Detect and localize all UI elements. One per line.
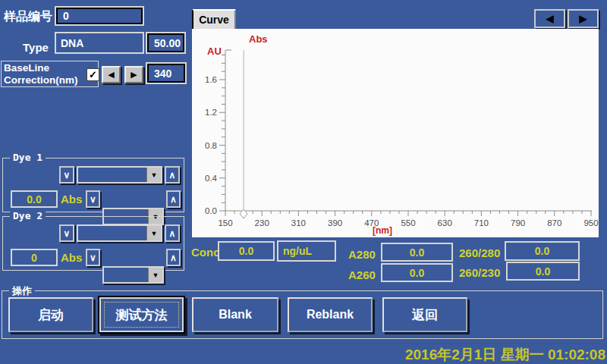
type-factor-value: 50.00 (154, 37, 181, 49)
chevron-down-icon: ∨ (90, 194, 96, 205)
conc-unit-box: ng/uL (277, 240, 336, 262)
ratio-260-280-field: 0.0 (505, 241, 580, 261)
back-button-label: 返回 (412, 306, 438, 324)
svg-text:0.0: 0.0 (205, 206, 217, 215)
dye1-wavelength-up-button[interactable]: ∧ (165, 166, 180, 184)
ratio-260-230-field: 0.0 (506, 262, 580, 281)
baseline-wavelength-field[interactable]: 340 (146, 62, 187, 84)
ratio-260-280-label: 260/280 (459, 246, 500, 259)
sample-number-input[interactable]: 0 (55, 6, 144, 26)
actions-group-title: 操作 (9, 284, 35, 298)
dye2-group: Dye 2 ∨ ▼ ∧ 0 Abs ∨ ▼ ∧ (2, 216, 184, 271)
dye1-group-title: Dye 1 (10, 152, 46, 163)
svg-text:1.2: 1.2 (205, 108, 217, 117)
a260-value: 0.0 (410, 267, 424, 279)
baseline-wavelength-value: 340 (154, 67, 171, 80)
baseline-correction-label: BaseLine Correction(nm) (1, 61, 99, 87)
type-factor-field[interactable]: 50.00 (146, 32, 186, 54)
svg-text:150: 150 (218, 218, 232, 228)
baseline-increase-button[interactable]: ▶ (124, 66, 143, 83)
left-arrow-icon: ◀ (546, 13, 554, 24)
reblank-button[interactable]: Reblank (288, 297, 373, 332)
dye2-wavelength-dropdown[interactable]: ▼ (77, 224, 162, 242)
svg-text:230: 230 (255, 218, 269, 228)
start-button-label: 启动 (38, 306, 64, 324)
ratio-260-280-value: 0.0 (535, 245, 549, 257)
chevron-down-icon: ∨ (64, 228, 71, 239)
dye2-wavelength-down-button[interactable]: ∨ (59, 224, 74, 242)
spectrum-plot[interactable]: 0.00.40.81.21.61502303103904705506307107… (192, 29, 599, 237)
dye2-factor-dropdown[interactable]: ▼ (102, 266, 164, 284)
dye1-abs-label: Abs (61, 193, 82, 206)
spectrum-chart-svg: 0.00.40.81.21.61502303103904705506307107… (192, 29, 599, 237)
dye2-wavelength-up-button[interactable]: ∧ (165, 224, 180, 242)
dye1-wavelength-dropdown[interactable]: ▼ (77, 166, 162, 184)
dye1-wavelength-down-button[interactable]: ∨ (59, 166, 74, 184)
chevron-down-icon: ∨ (64, 170, 71, 180)
type-value: DNA (61, 37, 83, 49)
dye1-abs-value: 0.0 (27, 193, 41, 206)
chevron-up-icon: ∧ (170, 253, 177, 263)
datetime-display: 2016年2月1日 星期一 01:02:08 (319, 345, 605, 364)
a280-label: A280 (348, 248, 376, 261)
start-button[interactable]: 启动 (8, 297, 93, 332)
dye2-factor-down-button[interactable]: ∨ (86, 249, 100, 266)
svg-text:870: 870 (547, 218, 561, 228)
next-page-button[interactable]: ▶ (568, 9, 599, 28)
conc-unit: ng/uL (283, 245, 312, 257)
svg-text:0.8: 0.8 (205, 141, 217, 150)
type-field[interactable]: DNA (55, 32, 144, 54)
svg-text:0.4: 0.4 (205, 174, 218, 183)
svg-text:550: 550 (401, 218, 415, 228)
a280-value-field: 0.0 (381, 243, 453, 262)
spectrophotometer-screen: 样品编号 0 Type DNA 50.00 BaseLine Correctio… (0, 0, 607, 364)
dye1-factor-down-button[interactable]: ∨ (86, 190, 100, 208)
svg-text:630: 630 (438, 218, 452, 228)
conc-value-field: 0.0 (218, 241, 275, 261)
ratio-260-230-value: 0.0 (536, 265, 550, 278)
baseline-label-line2: Correction(nm) (4, 74, 96, 86)
checkmark-icon: ✓ (89, 69, 97, 80)
baseline-checkbox[interactable]: ✓ (86, 68, 99, 81)
dye1-abs-value-field: 0.0 (11, 190, 58, 208)
dye2-group-title: Dye 2 (10, 210, 46, 221)
ratio-260-230-label: 260/230 (459, 266, 500, 279)
svg-text:950: 950 (583, 218, 598, 228)
dye2-factor-up-button[interactable]: ∧ (166, 249, 181, 266)
prev-page-button[interactable]: ◀ (534, 9, 565, 28)
dropdown-arrow-icon[interactable]: ▼ (148, 268, 162, 282)
curve-panel: Abs AU [nm] 0.00.40.81.21.61502303103904… (192, 29, 599, 237)
test-method-button[interactable]: 测试方法 (98, 296, 185, 334)
dropdown-arrow-icon[interactable]: ▼ (146, 168, 161, 182)
baseline-decrease-button[interactable]: ◀ (102, 66, 121, 83)
focus-outline (104, 302, 179, 328)
type-label: Type (23, 41, 49, 54)
chevron-down-icon: ∨ (90, 253, 96, 263)
chevron-up-icon: ∧ (170, 194, 177, 205)
baseline-label-line1: BaseLine (4, 62, 96, 74)
svg-text:470: 470 (364, 218, 379, 228)
conc-value: 0.0 (239, 245, 253, 257)
left-arrow-icon: ◀ (108, 70, 114, 80)
right-arrow-icon: ▶ (131, 70, 137, 80)
blank-button[interactable]: Blank (192, 297, 278, 332)
dye1-factor-up-button[interactable]: ∧ (166, 190, 181, 208)
svg-text:710: 710 (474, 218, 489, 228)
a280-value: 0.0 (410, 246, 424, 259)
actions-group: 操作 启动 测试方法 Blank Reblank 返回 (2, 290, 603, 339)
a260-label: A260 (348, 268, 376, 281)
dropdown-arrow-icon[interactable]: ▼ (146, 226, 161, 240)
dye2-abs-label: Abs (61, 251, 82, 264)
svg-text:390: 390 (328, 218, 342, 228)
tab-curve-label: Curve (199, 14, 229, 26)
tab-curve[interactable]: Curve (192, 9, 236, 29)
dye2-abs-value-field: 0 (11, 249, 58, 266)
chevron-up-icon: ∧ (169, 170, 176, 180)
sample-number-label: 样品编号 (4, 9, 52, 25)
a260-value-field: 0.0 (381, 263, 453, 282)
dye1-group: Dye 1 ∨ ▼ ∧ 0.0 Abs ∨ ▼ ∧ (2, 158, 184, 212)
back-button[interactable]: 返回 (382, 297, 467, 332)
sample-number-value: 0 (63, 10, 69, 22)
reblank-button-label: Reblank (307, 308, 354, 322)
chevron-up-icon: ∧ (169, 228, 176, 239)
